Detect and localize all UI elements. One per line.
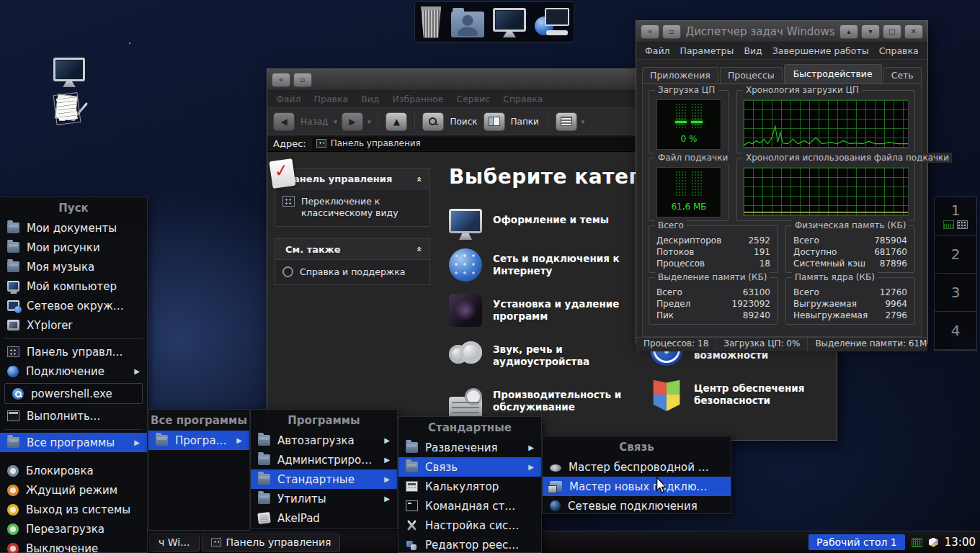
user-folder-icon[interactable] [451,12,484,37]
cp-menu-item[interactable]: Сервис [456,94,490,104]
start-menu-item[interactable]: Мои рисунки ▶ [0,238,147,257]
tm-menu-item[interactable]: Вид [744,45,762,56]
menu-item-label: Связь [425,461,521,474]
start-menu-power-item[interactable]: Блокировка [0,461,147,480]
start-menu-item[interactable]: Мой компьютер ▶ [0,276,147,296]
menu-item[interactable]: Мастер новых подключений ▶ [543,477,731,496]
network-computer-icon[interactable] [535,6,569,38]
up-button[interactable]: ▲ [386,112,407,131]
tm-menu-item[interactable]: Параметры [680,45,734,56]
start-menu-item[interactable]: Моя музыка ▶ [0,257,147,276]
back-button[interactable]: ◀ [273,112,295,131]
cp-menu-item[interactable]: Избранное [392,94,443,104]
views-button[interactable] [556,112,577,131]
pin-button[interactable] [839,24,858,39]
tm-tab[interactable]: Быстродействие [784,64,882,84]
start-menu-item[interactable]: Все программы ▶ [0,433,147,452]
window-menu-button[interactable] [293,73,312,87]
start-menu-item[interactable]: Панель управления ▶ [0,342,147,361]
taskbar-button[interactable]: Панель управления [202,534,341,552]
views-caret-icon[interactable]: ▾ [582,118,585,125]
window-rollup-button[interactable] [272,73,290,87]
search-icon [428,117,438,127]
category-label: Установка и удаление программ [493,298,626,323]
tm-tab[interactable]: Сеть [883,67,922,84]
menu-item[interactable]: Развлечения ▶ [398,438,541,457]
desktop-switcher-button[interactable]: Рабочий стол 1 [808,534,905,550]
power-item-label: Выключение [26,542,141,553]
start-menu-power-item[interactable]: Перезагрузка [0,519,147,539]
cpu-tray-icon[interactable] [912,538,922,547]
menu-item[interactable]: AkelPad ▶ [251,508,397,528]
category-item[interactable]: Звук, речь и аудиоустройства [449,339,628,372]
tm-menu-item[interactable]: Файл [645,45,670,56]
pager-cell[interactable]: 1 [935,197,976,235]
package-tray-icon[interactable] [929,538,938,547]
trash-icon[interactable] [419,6,442,38]
menu-item[interactable]: Командная строка ▶ [398,496,541,516]
start-menu-item-label: Моя музыка [27,261,127,274]
start-menu-item[interactable]: Подключение ▶ [0,361,147,381]
cp-sidebar-panel-tasks: Панель управления « Переключение к класс… [275,168,430,227]
back-caret-icon[interactable]: ▾ [334,118,337,125]
tm-tab[interactable]: Приложения [642,67,718,84]
tm-titlebar[interactable]: Диспетчер задач Windows [636,21,927,42]
menu-item[interactable]: Утилиты ▶ [251,489,397,508]
power-icon [7,485,19,496]
submenu-arrow-icon: ▶ [384,495,391,503]
start-menu-power-item[interactable]: Выключение [0,539,147,553]
category-item[interactable]: Сеть и подключения к Интернету [449,248,628,282]
menu-item[interactable]: Программы ▶ [148,431,249,450]
collapse-chevron-icon[interactable]: « [414,246,424,252]
forward-caret-icon[interactable]: ▾ [368,118,371,125]
menu-item-icon [257,512,270,524]
tm-menu-item[interactable]: Справка [879,45,919,56]
menu-item[interactable]: Редактор реестра ▶ [398,535,541,553]
folders-button[interactable] [484,112,505,131]
forward-button[interactable]: ▶ [342,112,363,131]
cp-menu-item[interactable]: Справка [503,94,543,104]
cp-menu-item[interactable]: Файл [276,94,301,104]
start-menu-item[interactable]: Мои документы ▶ [0,218,147,238]
category-item[interactable]: Установка и удаление программ [449,294,628,327]
window-rollup-button[interactable] [641,24,659,39]
menu-item[interactable]: Сетевые подключения ▶ [543,496,731,516]
menu-item[interactable]: Администрирование ▶ [251,450,397,469]
menu-item[interactable]: Стандартные ▶ [251,469,397,489]
menu-item[interactable]: Калькулятор ▶ [398,477,541,496]
start-menu-item[interactable]: Выполнить... ▶ [0,406,147,426]
sidebar-link[interactable]: Справка и поддержка [275,260,429,284]
taskbar-button[interactable]: ч Wi... [149,534,200,552]
start-menu-item[interactable]: powershell.exe ▶ [4,383,143,404]
sidebar-link[interactable]: Переключение к классическому виду [275,189,429,226]
category-item[interactable]: Оформление и темы [449,203,628,236]
desktop-documents-icon[interactable] [55,94,79,121]
category-item[interactable]: Центр обеспечения безопасности [650,378,829,411]
start-menu-item-label: Панель управления [27,346,127,359]
pager-cell[interactable]: 3 [935,274,976,312]
tm-tab[interactable]: Процессы [720,67,783,84]
start-menu-item[interactable]: XYplorer ▶ [0,315,147,335]
maximize-button[interactable] [883,24,901,39]
cp-menu-item[interactable]: Правка [314,94,349,104]
power-icon [7,504,19,516]
close-button[interactable] [904,24,923,39]
category-item[interactable]: Производительность и обслуживание [449,385,628,418]
collapse-chevron-icon[interactable]: « [414,176,424,182]
computer-icon[interactable] [493,8,526,32]
minimize-button[interactable] [861,24,880,39]
start-menu-item[interactable]: Сетевое окружение ▶ [0,296,147,315]
start-menu-power-item[interactable]: Ждущий режим [0,480,147,500]
menu-item[interactable]: Настройка системы ▶ [398,516,541,535]
menu-item[interactable]: Связь ▶ [398,457,541,477]
desktop-my-computer-icon[interactable] [53,58,85,81]
search-button[interactable] [422,112,444,131]
pager-cell[interactable]: 2 [935,235,976,274]
tm-menu-item[interactable]: Завершение работы [772,45,869,56]
menu-item[interactable]: Мастер беспроводной сети ▶ [543,457,731,477]
pager-cell[interactable]: 4 [935,312,976,350]
start-menu-power-item[interactable]: Выход из системы [0,500,147,519]
window-menu-button[interactable] [662,24,681,39]
cp-menu-item[interactable]: Вид [361,94,379,104]
menu-item[interactable]: Автозагрузка ▶ [251,431,397,450]
